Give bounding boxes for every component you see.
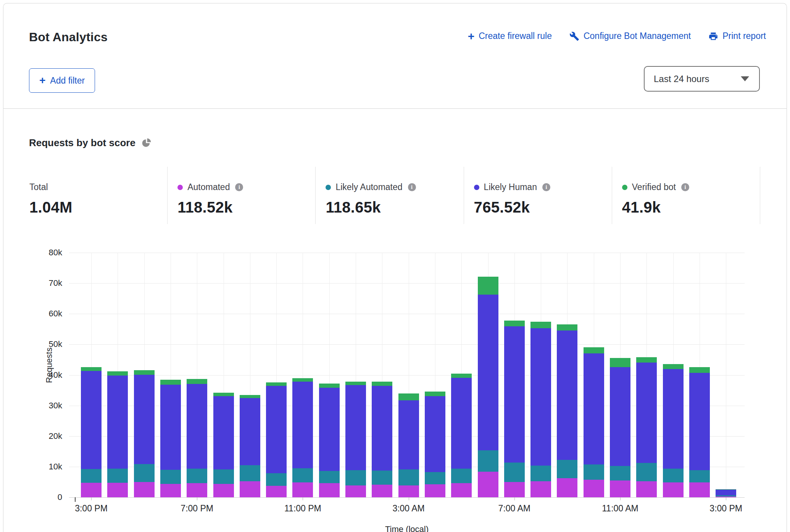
bar-segment-automated bbox=[425, 484, 445, 497]
bar-segment-likely-automated bbox=[636, 463, 657, 481]
add-filter-button[interactable]: + Add filter bbox=[29, 68, 95, 93]
bar-segment-likely-human bbox=[504, 326, 525, 463]
y-axis-title: Requests bbox=[44, 342, 54, 388]
action-link-configure-bot-management[interactable]: Configure Bot Management bbox=[569, 31, 691, 41]
info-icon[interactable]: i bbox=[408, 183, 416, 191]
bar-segment-likely-human bbox=[345, 385, 366, 470]
bar-segment-likely-automated bbox=[187, 469, 207, 484]
legend-dot bbox=[622, 185, 627, 190]
bar-segment-likely-human bbox=[213, 396, 234, 469]
page-title: Bot Analytics bbox=[29, 30, 108, 44]
bar-segment-verified-bot bbox=[160, 380, 181, 385]
stat-col-likely-human: Likely Humani765.52k bbox=[464, 167, 612, 224]
bar-segment-verified-bot bbox=[107, 371, 128, 376]
stat-label-row: Automatedi bbox=[177, 182, 315, 192]
y-tick-label: 10k bbox=[28, 462, 62, 472]
bar-400pm bbox=[107, 371, 128, 497]
bar-segment-likely-human bbox=[81, 371, 102, 469]
time-range-select[interactable]: Last 24 hours bbox=[644, 66, 760, 92]
stat-label: Total bbox=[29, 182, 48, 192]
stats-row: Total1.04MAutomatedi118.52kLikely Automa… bbox=[19, 167, 760, 224]
bar-800pm bbox=[213, 393, 234, 497]
bar-100am bbox=[345, 382, 366, 497]
bar-segment-automated bbox=[504, 482, 525, 497]
bar-200am bbox=[372, 382, 392, 497]
bar-segment-likely-automated bbox=[292, 468, 313, 482]
bar-segment-verified-bot bbox=[345, 382, 366, 385]
bar-segment-likely-automated bbox=[425, 472, 445, 484]
y-tick-label: 60k bbox=[28, 309, 62, 319]
bar-1200pm bbox=[636, 357, 657, 497]
x-tick bbox=[91, 497, 92, 500]
bar-segment-verified-bot bbox=[372, 382, 392, 385]
bar-300pm bbox=[81, 367, 102, 497]
bar-segment-likely-human bbox=[187, 384, 207, 469]
bar-300am bbox=[398, 393, 419, 497]
time-range-value: Last 24 hours bbox=[654, 74, 741, 84]
stat-value: 765.52k bbox=[474, 199, 612, 216]
bar-1100am bbox=[610, 358, 630, 497]
y-tick-label: 70k bbox=[28, 278, 62, 288]
bar-segment-verified-bot bbox=[266, 382, 287, 386]
bar-segment-likely-human bbox=[557, 330, 577, 460]
x-tick-label: 11:00 AM bbox=[590, 503, 651, 514]
wrench-icon bbox=[569, 31, 579, 41]
printer-icon bbox=[708, 31, 718, 41]
info-icon[interactable]: i bbox=[542, 183, 550, 191]
legend-dot bbox=[326, 185, 331, 190]
stat-label-row: Total bbox=[29, 182, 167, 192]
info-icon[interactable]: i bbox=[235, 183, 243, 191]
bar-segment-likely-automated bbox=[478, 450, 498, 471]
bar-segment-likely-automated bbox=[451, 469, 472, 483]
bar-segment-automated bbox=[292, 482, 313, 497]
bar-900am bbox=[557, 324, 577, 497]
action-link-print-report[interactable]: Print report bbox=[708, 31, 766, 41]
y-tick-label: 80k bbox=[28, 248, 62, 258]
bar-segment-automated bbox=[319, 483, 340, 497]
bar-segment-likely-human bbox=[610, 367, 630, 466]
bar-segment-verified-bot bbox=[425, 392, 445, 396]
bar-segment-likely-human bbox=[319, 388, 340, 471]
bar-segment-likely-automated bbox=[504, 463, 525, 482]
action-link-create-firewall-rule[interactable]: +Create firewall rule bbox=[468, 31, 552, 41]
pie-chart-icon bbox=[142, 138, 152, 148]
bar-segment-automated bbox=[636, 481, 657, 498]
bar-segment-verified-bot bbox=[584, 347, 604, 354]
bar-700am bbox=[504, 321, 525, 497]
bar-900pm bbox=[240, 395, 260, 497]
bar-segment-verified-bot bbox=[187, 379, 207, 384]
x-tick-label: 11:00 PM bbox=[272, 503, 333, 514]
stat-label-row: Verified boti bbox=[622, 182, 760, 192]
gridline-v bbox=[726, 253, 726, 497]
bar-segment-automated bbox=[134, 482, 155, 497]
stat-label-row: Likely Humani bbox=[474, 182, 612, 192]
bar-segment-automated bbox=[663, 482, 684, 497]
bar-segment-likely-automated bbox=[584, 464, 604, 480]
bar-300pm bbox=[716, 489, 736, 497]
header-actions: +Create firewall ruleConfigure Bot Manag… bbox=[468, 31, 766, 41]
x-tick-label: 3:00 PM bbox=[695, 503, 756, 514]
bar-segment-automated bbox=[372, 485, 392, 497]
bar-segment-verified-bot bbox=[557, 324, 577, 330]
bar-segment-automated bbox=[398, 485, 419, 497]
bar-segment-likely-automated bbox=[213, 469, 234, 484]
bar-segment-verified-bot bbox=[530, 322, 551, 328]
bar-segment-likely-human bbox=[240, 398, 260, 465]
bar-segment-automated bbox=[451, 483, 472, 497]
bar-segment-likely-automated bbox=[557, 460, 577, 478]
bar-segment-likely-automated bbox=[319, 471, 340, 483]
stat-col-automated: Automatedi118.52k bbox=[168, 167, 316, 224]
x-tick-label: 7:00 AM bbox=[484, 503, 545, 514]
stat-label-row: Likely Automatedi bbox=[326, 182, 463, 192]
y-tick-label: 30k bbox=[28, 401, 62, 411]
bar-segment-verified-bot bbox=[213, 393, 234, 396]
info-icon[interactable]: i bbox=[681, 183, 689, 191]
bar-segment-automated bbox=[107, 483, 128, 498]
bar-segment-verified-bot bbox=[134, 370, 155, 375]
x-axis-title: Time (local) bbox=[69, 524, 745, 532]
bar-segment-likely-human bbox=[689, 373, 710, 470]
stat-label: Automated bbox=[187, 182, 230, 192]
bar-segment-automated bbox=[557, 478, 577, 498]
bar-segment-likely-automated bbox=[398, 469, 419, 485]
x-tick bbox=[303, 497, 303, 500]
